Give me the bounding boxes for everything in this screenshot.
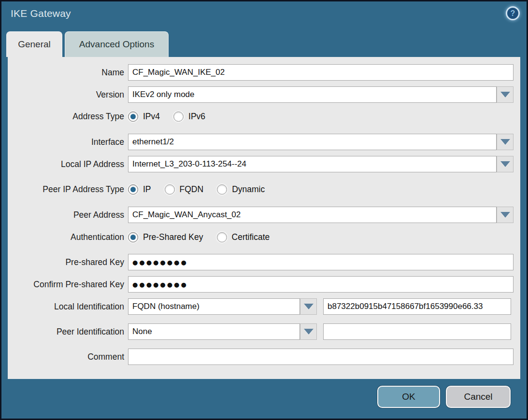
row-version: Version [8,86,520,103]
local-identification-type-select[interactable] [128,298,300,315]
ike-gateway-dialog: IKE Gateway ? General Advanced Options N… [0,0,528,420]
local-identification-dropdown-button[interactable] [300,298,317,315]
radio-certificate[interactable] [217,232,227,242]
local-ip-address-dropdown-button[interactable] [497,156,514,172]
peer-identification-value-input[interactable] [323,323,511,340]
tab-advanced-options-label: Advanced Options [79,39,154,50]
authentication-radio-group: Pre-Shared Key Certificate [128,229,283,245]
peer-address-dropdown-button[interactable] [497,207,514,223]
radio-pre-shared-key-label: Pre-Shared Key [143,232,203,242]
version-label: Version [8,86,124,103]
help-icon-glyph: ? [511,9,515,18]
radio-certificate-label: Certificate [232,232,270,242]
local-ip-address-select[interactable] [128,156,497,172]
tab-general[interactable]: General [6,31,62,57]
local-identification-label: Local Identification [8,298,124,315]
comment-input[interactable] [128,349,514,365]
radio-dynamic-label: Dynamic [232,184,265,195]
radio-ipv6[interactable] [173,112,184,122]
version-dropdown-button[interactable] [497,86,514,103]
address-type-label: Address Type [8,108,124,125]
peer-identification-dropdown-button[interactable] [300,323,317,340]
row-name: Name [8,64,520,81]
peer-ip-address-type-label: Peer IP Address Type [8,181,124,197]
row-peer-address: Peer Address [8,207,520,223]
peer-identification-type-select[interactable] [128,323,300,340]
radio-ipv4-label: IPv4 [143,112,160,122]
title-bar: IKE Gateway ? [1,1,527,31]
ok-button[interactable]: OK [377,386,440,408]
peer-identification-label: Peer Identification [8,323,124,340]
local-identification-value-input[interactable] [323,298,511,315]
row-peer-ip-address-type: Peer IP Address Type IP FQDN Dynamic [8,181,520,197]
row-pre-shared-key: Pre-shared Key [8,254,520,270]
name-label: Name [8,64,124,81]
interface-label: Interface [8,134,124,150]
row-interface: Interface [8,134,520,150]
row-peer-identification: Peer Identification [8,323,520,340]
tab-general-label: General [18,39,51,50]
chevron-down-icon [500,212,510,218]
radio-ip[interactable] [128,184,138,195]
help-icon[interactable]: ? [506,6,520,20]
row-confirm-pre-shared-key: Confirm Pre-shared Key [8,276,520,293]
peer-ip-address-type-radio-group: IP FQDN Dynamic [128,181,278,197]
peer-address-select[interactable] [128,207,497,223]
peer-address-label: Peer Address [8,207,124,223]
tab-advanced-options[interactable]: Advanced Options [65,31,169,57]
chevron-down-icon [304,329,314,335]
address-type-radio-group: IPv4 IPv6 [128,108,219,125]
radio-pre-shared-key[interactable] [128,232,138,242]
interface-select[interactable] [128,134,497,150]
radio-dynamic[interactable] [217,184,227,195]
local-ip-address-label: Local IP Address [8,156,124,172]
version-select[interactable] [128,86,497,103]
radio-ipv6-label: IPv6 [188,112,205,122]
row-address-type: Address Type IPv4 IPv6 [8,108,520,125]
chevron-down-icon [500,139,510,145]
dialog-title: IKE Gateway [11,8,71,19]
pre-shared-key-input[interactable] [128,254,514,270]
row-authentication: Authentication Pre-Shared Key Certificat… [8,229,520,245]
general-tab-panel: Name Version Address Type IPv4 IPv6 [8,57,520,379]
confirm-pre-shared-key-label: Confirm Pre-shared Key [8,276,124,293]
radio-ipv4[interactable] [128,112,138,122]
chevron-down-icon [500,92,510,98]
radio-ip-label: IP [143,184,151,195]
pre-shared-key-label: Pre-shared Key [8,254,124,270]
interface-dropdown-button[interactable] [497,134,514,150]
name-input[interactable] [128,64,514,81]
row-local-identification: Local Identification [8,298,520,315]
row-local-ip-address: Local IP Address [8,156,520,172]
chevron-down-icon [304,304,314,309]
confirm-pre-shared-key-input[interactable] [128,276,514,293]
chevron-down-icon [500,161,510,167]
radio-fqdn-label: FQDN [180,184,204,195]
comment-label: Comment [8,349,124,365]
cancel-button[interactable]: Cancel [446,386,511,408]
radio-fqdn[interactable] [165,184,175,195]
row-comment: Comment [8,349,520,365]
authentication-label: Authentication [8,229,124,245]
